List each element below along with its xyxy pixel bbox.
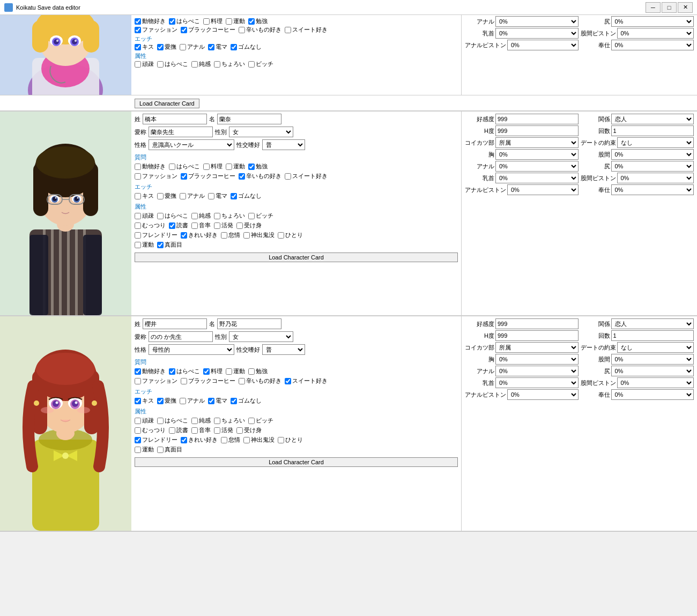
minimize-button[interactable]: ─ [646, 2, 661, 13]
seibetsu-select-3[interactable]: 女男 [229, 331, 293, 342]
seikaku-select-3[interactable]: 母性的 [149, 344, 234, 355]
anal-row-1: アナル 0% [465, 16, 579, 27]
kankei-select-3[interactable]: 恋人 [611, 318, 694, 329]
kokan-piston-select-3[interactable]: 0% [617, 377, 694, 388]
sei-label-3: 姓 [135, 320, 140, 328]
mune-select-2[interactable]: 0% [495, 149, 579, 160]
hoshi-select-2[interactable]: 0% [611, 184, 694, 195]
cb-anal-e1[interactable]: アナル [180, 43, 205, 51]
seikoukeiko-select-3[interactable]: 普 [262, 344, 305, 355]
cb-gomuzai-1[interactable]: ゴムなし [231, 43, 262, 51]
shiri-row-3: 尻 0% [581, 366, 694, 376]
aishou-input-3[interactable] [149, 331, 213, 342]
attr-2d: 運動 真面目 [135, 241, 458, 249]
char2-aishou-row: 愛称 性別 女男 [135, 127, 458, 137]
char2-info: 姓 名 愛称 性別 女男 性格 意識高いクール [131, 112, 461, 315]
seibetsu-select-2[interactable]: 女男 [229, 127, 293, 137]
char2-avatar [0, 112, 131, 315]
svg-point-13 [54, 39, 59, 44]
cb-benkyou-1[interactable]: 勉強 [248, 17, 268, 25]
anal-select-2[interactable]: 0% [495, 161, 579, 172]
h-input-3[interactable] [495, 330, 579, 341]
char3-seikaku-row: 性格 母性的 性交嗜好 普 [135, 344, 458, 355]
nyuushou-row-1: 乳首 0% [465, 28, 579, 39]
anal-row-3: アナル 0% [465, 366, 579, 376]
anal-piston-select-3[interactable]: 0% [507, 389, 579, 400]
mei-label-2: 名 [209, 115, 215, 123]
load-card-btn-2[interactable]: Load Character Card [135, 253, 458, 262]
shiri-select-1[interactable]: 0% [611, 16, 694, 27]
content-area[interactable]: 動物好き はらぺこ 料理 運動 勉強 [0, 15, 697, 616]
kanshou-row-2: 好感度 [465, 114, 579, 124]
kankei-select-2[interactable]: 恋人 [611, 114, 694, 124]
deeto-select-3[interactable]: なし [617, 342, 694, 353]
anal-select-1[interactable]: 0% [495, 16, 579, 27]
shitsumon-label-3: 質問 [135, 358, 458, 366]
sei-input-3[interactable] [143, 318, 207, 329]
cb-sweet-1[interactable]: スイート好き [285, 26, 328, 34]
sei-input-2[interactable] [143, 114, 207, 124]
hoshi-select-3[interactable]: 0% [611, 389, 694, 400]
nyuushou-select-1[interactable]: 0% [495, 28, 579, 39]
mune-row-3: 胸 0% [465, 354, 579, 365]
anal-piston-select-2[interactable]: 0% [507, 184, 579, 195]
kanshou-input-3[interactable] [495, 318, 579, 329]
cb-harabeko-1[interactable]: はらぺこ [169, 17, 200, 25]
cb-blackcoffee-1[interactable]: ブラックコーヒー [181, 26, 235, 34]
shiri-select-2[interactable]: 0% [611, 161, 694, 172]
questions-3b: ファッション ブラックコーヒー 辛いもの好き スイート好き [135, 377, 458, 385]
svg-rect-7 [32, 20, 48, 53]
mune-select-3[interactable]: 0% [495, 354, 579, 365]
seikaku-select-2[interactable]: 意識高いクール [149, 139, 234, 150]
kanshou-input-2[interactable] [495, 114, 579, 124]
kaisuu-input-2[interactable] [611, 125, 694, 136]
nyuushou-select-3[interactable]: 0% [495, 377, 579, 388]
svg-point-65 [92, 400, 97, 406]
aishou-input-2[interactable] [149, 127, 213, 137]
h-input-2[interactable] [495, 125, 579, 136]
kokan-piston-select-2[interactable]: 0% [617, 173, 694, 183]
koibu-select-2[interactable]: 所属 [495, 137, 579, 148]
char1-avatar-partial [0, 15, 131, 95]
seikaku-label-3: 性格 [135, 346, 146, 354]
cb-ryouri-1[interactable]: 料理 [203, 17, 223, 25]
kaisuu-input-3[interactable] [611, 330, 694, 341]
nyuushou-row-2: 乳首 0% [465, 173, 579, 183]
kokan-select-3[interactable]: 0% [611, 354, 694, 365]
anal-select-3[interactable]: 0% [495, 366, 579, 376]
kokan-row-3: 股間 0% [581, 354, 694, 365]
svg-point-43 [77, 197, 79, 199]
mei-input-2[interactable] [217, 114, 281, 124]
hoshi-row-3: 奉仕 0% [581, 389, 694, 400]
hoshi-select-1[interactable]: 0% [611, 40, 694, 50]
aishou-label-2: 愛称 [135, 128, 146, 136]
load-card-btn-3[interactable]: Load Character Card [135, 457, 458, 467]
seikoukeiko-select-2[interactable]: 普 [262, 139, 305, 150]
shiri-select-3[interactable]: 0% [611, 366, 694, 376]
attr-label-2: 属性 [135, 203, 458, 211]
nyuushou-select-2[interactable]: 0% [495, 173, 579, 183]
hoshi-row-1: 奉仕 0% [581, 40, 694, 50]
close-button[interactable]: ✕ [678, 2, 693, 13]
cb-denma-1[interactable]: 電マ [208, 43, 227, 51]
maximize-button[interactable]: □ [662, 2, 677, 13]
svg-point-60 [56, 402, 58, 404]
deeto-select-2[interactable]: なし [617, 137, 694, 148]
kokan-select-2[interactable]: 0% [611, 149, 694, 160]
shitsumon-label-2: 質問 [135, 153, 458, 161]
seibetsu-label-3: 性別 [215, 333, 227, 341]
cb-kisu-1[interactable]: キス [135, 43, 154, 51]
kokan-piston-row-3: 股間ピストン 0% [581, 377, 694, 388]
cb-aibu-1[interactable]: 愛撫 [157, 43, 176, 51]
seikoukeiko-label-3: 性交嗜好 [236, 346, 260, 354]
cb-fashion-1[interactable]: ファッション [135, 26, 177, 34]
cb-karai-1[interactable]: 辛いもの好き [239, 26, 281, 34]
mei-input-3[interactable] [217, 318, 281, 329]
load-card-btn-1[interactable]: Load Character Card [135, 99, 199, 108]
cb-undou-1[interactable]: 運動 [226, 17, 245, 25]
anal-piston-select-1[interactable]: 0% [507, 40, 579, 50]
cb-doubutsu-1[interactable]: 動物好き [135, 17, 166, 25]
koibu-select-3[interactable]: 所属 [495, 342, 579, 353]
char2-seikaku-row: 性格 意識高いクール 性交嗜好 普 [135, 139, 458, 150]
kokan-piston-select-1[interactable]: 0% [617, 28, 694, 39]
